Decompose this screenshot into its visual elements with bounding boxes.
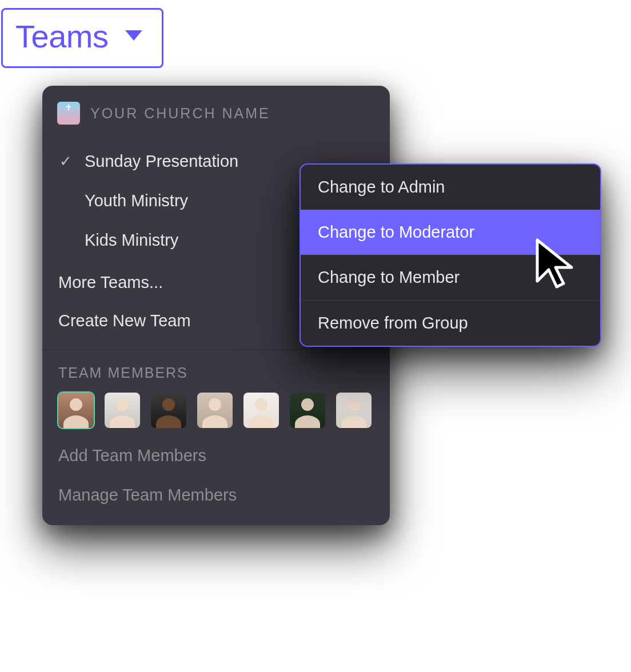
avatar[interactable] [197,393,233,428]
avatar[interactable] [336,393,372,428]
menu-item-change-to-admin[interactable]: Change to Admin [301,165,600,210]
avatar[interactable] [58,393,94,428]
team-members-header: TEAM MEMBERS [42,357,390,385]
divider [42,349,390,350]
teams-dropdown-button[interactable]: Teams [1,8,163,68]
avatar[interactable] [243,393,279,428]
church-name: YOUR CHURCH NAME [90,105,270,122]
avatar[interactable] [151,393,186,428]
caret-down-icon [124,29,143,45]
role-context-menu: Change to Admin Change to Moderator Chan… [299,163,601,347]
menu-item-remove-from-group[interactable]: Remove from Group [301,301,600,346]
team-item-label: Sunday Presentation [85,152,238,171]
avatar-row [42,385,390,436]
check-icon: ✓ [57,153,74,170]
menu-item-change-to-member[interactable]: Change to Member [301,255,600,300]
menu-item-change-to-moderator[interactable]: Change to Moderator [301,210,600,255]
avatar[interactable] [105,393,140,428]
teams-dropdown-label: Teams [15,18,108,55]
church-thumbnail [57,102,80,125]
team-item-label: Youth Ministry [85,191,188,210]
manage-team-members-link[interactable]: Manage Team Members [42,475,390,515]
team-item-label: Kids Ministry [85,231,178,250]
church-header: YOUR CHURCH NAME [42,86,390,135]
avatar[interactable] [290,393,325,428]
add-team-members-link[interactable]: Add Team Members [42,436,390,475]
